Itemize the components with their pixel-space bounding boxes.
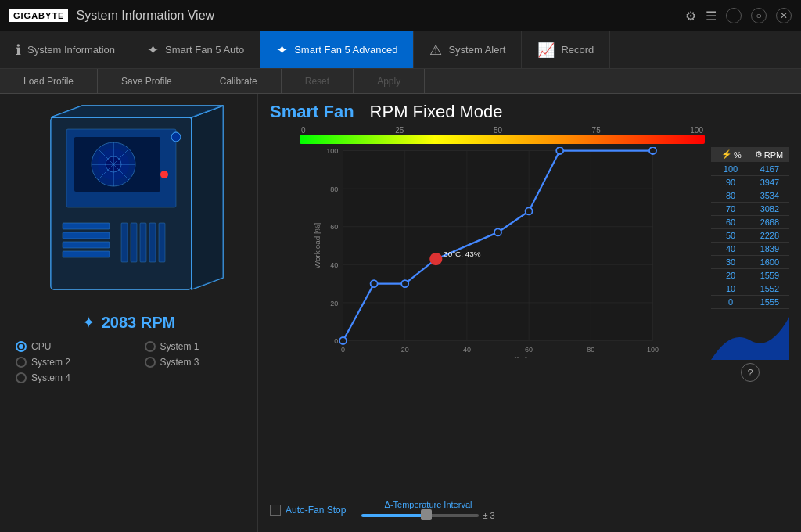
tab-smart-fan5-advanced[interactable]: ✦ Smart Fan 5 Advanced <box>260 31 414 68</box>
percent-cell: 20 <box>711 269 750 282</box>
app-title: System Information View <box>76 9 214 23</box>
rpm-table-row: 20 1559 <box>711 269 789 282</box>
auto-fan-stop-checkbox[interactable] <box>270 505 281 516</box>
tab-record[interactable]: 📈 Record <box>522 31 610 68</box>
tab-system-alert[interactable]: ⚠ System Alert <box>414 31 522 68</box>
chart-area[interactable]: 100 80 60 40 20 0 0 20 40 60 80 100 <box>270 147 705 496</box>
fan-selector-system4-label: System 4 <box>31 372 70 383</box>
fan-rpm-display: ✦ 2083 RPM <box>82 313 176 332</box>
apply-button[interactable]: Apply <box>354 69 425 93</box>
rpm-cell: 3534 <box>750 189 789 202</box>
rpm-cell: 2228 <box>750 229 789 242</box>
temperature-gradient-bar <box>300 135 705 144</box>
svg-rect-19 <box>63 251 110 257</box>
chart-wrapper: 100 80 60 40 20 0 0 20 40 60 80 100 <box>270 147 789 496</box>
title-bar-left: GIGABYTE System Information View <box>9 9 214 23</box>
curve-point-4[interactable] <box>494 228 501 235</box>
curve-point-2[interactable] <box>401 280 408 287</box>
curve-point-7[interactable] <box>649 147 656 154</box>
svg-rect-20 <box>121 223 128 262</box>
temp-top-labels: 0 25 50 75 100 <box>300 126 705 135</box>
calibrate-button[interactable]: Calibrate <box>196 69 282 93</box>
fan-selector-system2[interactable]: System 2 <box>16 357 121 368</box>
curve-point-6[interactable] <box>556 147 563 154</box>
system-info-icon: ℹ <box>16 41 21 59</box>
radio-system3[interactable] <box>145 357 156 368</box>
fan-selector-system3[interactable]: System 3 <box>145 357 250 368</box>
slider-thumb[interactable] <box>421 509 432 520</box>
rpm-cell: 4167 <box>750 163 789 175</box>
fan-selector-system1-label: System 1 <box>160 341 199 352</box>
rpm-table-row: 90 3947 <box>711 176 789 189</box>
curve-point-0[interactable] <box>339 337 347 344</box>
rpm-table-row: 100 4167 <box>711 163 789 176</box>
toolbar: Load Profile Save Profile Calibrate Rese… <box>0 69 801 94</box>
radio-system4[interactable] <box>16 372 27 383</box>
temp-gradient-area: 0 25 50 75 100 <box>270 126 789 146</box>
fan-selector-system1[interactable]: System 1 <box>145 341 250 352</box>
bottom-controls: Auto-Fan Stop Δ-Temperature Interval ± 3 <box>270 496 789 524</box>
rpm-cell: 3947 <box>750 176 789 189</box>
radio-system2[interactable] <box>16 357 27 368</box>
record-icon: 📈 <box>537 41 555 59</box>
svg-point-15 <box>160 171 168 178</box>
rpm-cell: 1600 <box>750 256 789 268</box>
settings-icon[interactable]: ⚙ <box>685 9 696 23</box>
svg-text:0: 0 <box>334 337 338 345</box>
fan-selector-system4[interactable]: System 4 <box>16 372 121 383</box>
auto-fan-stop-control[interactable]: Auto-Fan Stop <box>270 505 346 516</box>
curve-point-5[interactable] <box>526 207 533 214</box>
fan-auto-icon: ✦ <box>147 41 159 59</box>
alert-icon: ⚠ <box>429 41 442 59</box>
radio-system1[interactable] <box>145 341 156 352</box>
chart-svg[interactable]: 100 80 60 40 20 0 0 20 40 60 80 100 <box>270 147 705 358</box>
restore-button[interactable]: ○ <box>751 8 767 23</box>
svg-rect-22 <box>140 223 146 262</box>
rpm-cell: 2668 <box>750 216 789 228</box>
tab-system-information-label: System Information <box>27 44 115 56</box>
rpm-data-table: ⚡ % ⚙ RPM 100 4167 90 3947 80 3534 70 30… <box>711 147 789 496</box>
svg-text:40: 40 <box>330 261 338 269</box>
reset-button[interactable]: Reset <box>282 69 354 93</box>
svg-rect-24 <box>159 223 165 262</box>
percent-cell: 60 <box>711 216 750 228</box>
tab-system-information[interactable]: ℹ System Information <box>0 31 131 68</box>
rpm-table-row: 60 2668 <box>711 216 789 229</box>
load-profile-button[interactable]: Load Profile <box>0 69 98 93</box>
fan-selector-cpu[interactable]: CPU <box>16 341 121 352</box>
svg-rect-21 <box>131 223 137 262</box>
svg-rect-26 <box>343 151 653 341</box>
radio-cpu[interactable] <box>16 341 27 352</box>
temp-label-25: 25 <box>395 126 404 135</box>
rpm-cell: 3082 <box>750 203 789 215</box>
rpm-header: ⚙ RPM <box>751 149 787 160</box>
list-icon[interactable]: ☰ <box>706 9 717 23</box>
minimize-button[interactable]: – <box>726 8 742 23</box>
rpm-cell: 1839 <box>750 243 789 255</box>
percent-cell: 90 <box>711 176 750 189</box>
temp-interval-control: Δ-Temperature Interval ± 3 <box>361 500 494 520</box>
percent-cell: 10 <box>711 282 750 295</box>
percent-header-label: % <box>734 150 742 160</box>
pc-svg <box>20 102 239 305</box>
tab-smart-fan5-auto[interactable]: ✦ Smart Fan 5 Auto <box>131 31 260 68</box>
help-button[interactable]: ? <box>741 363 760 382</box>
slider-container: ± 3 <box>361 511 494 520</box>
curve-point-3-selected[interactable] <box>430 253 441 264</box>
svg-rect-23 <box>149 223 156 262</box>
tab-smart-fan5-advanced-label: Smart Fan 5 Advanced <box>294 44 397 56</box>
svg-text:100: 100 <box>326 147 338 155</box>
fan-rpm-icon: ⚙ <box>755 149 763 160</box>
rpm-cell: 1559 <box>750 269 789 282</box>
save-profile-button[interactable]: Save Profile <box>98 69 196 93</box>
close-button[interactable]: ✕ <box>776 8 792 23</box>
curve-point-1[interactable] <box>371 280 378 287</box>
gigabyte-logo: GIGABYTE <box>9 9 68 22</box>
temp-bar-section: 0 25 50 75 100 <box>300 126 705 146</box>
tab-smart-fan5-auto-label: Smart Fan 5 Auto <box>165 44 244 56</box>
wave-svg <box>711 313 789 360</box>
temp-interval-slider[interactable] <box>361 514 479 517</box>
fan-selector-system2-label: System 2 <box>31 357 70 368</box>
svg-text:80: 80 <box>587 346 594 354</box>
title-bar: GIGABYTE System Information View ⚙ ☰ – ○… <box>0 0 801 31</box>
